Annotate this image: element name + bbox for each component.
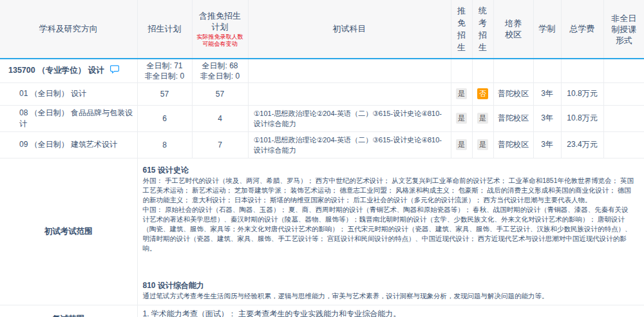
yes-badge: 是	[477, 139, 488, 150]
tuimian-plan-cell: 57	[192, 82, 248, 105]
tuimian-plan-value: 4	[218, 114, 222, 123]
summary-tuimian-parttime: 非全日制: 0	[193, 71, 248, 81]
direction-cell: 01 （全日制） 设计	[0, 82, 137, 105]
col-header-tongkao: 统考招生	[472, 0, 493, 59]
exam-cell: ①101-思想政治理论②204-英语（二）③615-设计史论④810-设计综合能…	[248, 105, 451, 131]
direction-cell: 08 （全日制） 食品品牌与包装设计	[0, 105, 137, 131]
exam-subjects: ①101-思想政治理论②204-英语（二）③615-设计史论④810-设计综合能…	[254, 136, 442, 154]
direction-cell: 09 （全日制） 建筑艺术设计	[0, 131, 137, 158]
exam-cell	[248, 82, 451, 105]
program-summary-row: 135700 （专业学位） 设计 全日制: 71 非全日制: 0 全日制: 68…	[0, 59, 644, 82]
parttime-cell	[603, 131, 644, 158]
table-row-09: 09 （全日制） 建筑艺术设计 8 7 ①101-思想政治理论②204-英语（二…	[0, 131, 644, 158]
tuimian-plan-value: 7	[218, 140, 222, 149]
summary-plan-cell: 全日制: 71 非全日制: 0	[137, 59, 192, 82]
col-header-parttime: 非全日制授课形式	[603, 0, 644, 59]
duration-cell: 3年	[533, 105, 561, 131]
plan-cell: 6	[137, 105, 192, 131]
summary-empty-cell	[533, 59, 561, 82]
campus-cell: 普陀校区	[493, 82, 533, 105]
tuition-value: 10.8万元	[567, 113, 597, 122]
exam-615-foreign-text: 外国： 手工艺时代的设计（埃及、两河、希腊、罗马）； 西方中世纪的艺术设计； 从…	[143, 176, 636, 205]
campus-value: 普陀校区	[498, 140, 529, 149]
initial-exam-scope-row: 初试考试范围 615 设计史论 外国： 手工艺时代的设计（埃及、两河、希腊、罗马…	[0, 158, 644, 305]
col-header-plan: 招生计划	[137, 0, 192, 59]
col-header-subject: 学科及研究方向	[0, 0, 137, 59]
comment-icon[interactable]	[110, 65, 119, 75]
summary-exam-cell	[248, 59, 451, 82]
program-title-cell: 135700 （专业学位） 设计	[0, 59, 137, 82]
resit-scope-content-cell: 1. 学术能力考查（面试）： 主要考查考生的专业实践能力和专业综合能力。 2. …	[137, 305, 644, 317]
exam-subjects: ①101-思想政治理论②204-英语（二）③615-设计史论④810-设计综合能…	[254, 110, 442, 128]
summary-plan-parttime: 非全日制: 0	[138, 71, 192, 81]
campus-value: 普陀校区	[498, 89, 529, 98]
resit-scope-label: 复试范围	[52, 314, 84, 317]
col-header-campus-label: 培养校区	[504, 18, 523, 40]
duration-cell: 3年	[533, 82, 561, 105]
tongkao-flag-cell: 是	[472, 105, 493, 131]
plan-value: 57	[160, 90, 169, 99]
campus-cell: 普陀校区	[493, 131, 533, 158]
yes-badge: 是	[456, 113, 467, 124]
summary-tuimian-cell: 全日制: 68 非全日制: 0	[192, 59, 248, 82]
col-header-subject-label: 学科及研究方向	[39, 24, 98, 34]
plan-cell: 8	[137, 131, 192, 158]
no-badge: 否	[477, 88, 488, 99]
col-header-parttime-label: 非全日制授课形式	[610, 13, 638, 46]
direction-label: 01 （全日制） 设计	[19, 89, 86, 98]
summary-empty-cell	[561, 59, 603, 82]
table-row-08: 08 （全日制） 食品品牌与包装设计 6 4 ①101-思想政治理论②204-英…	[0, 105, 644, 131]
tuition-cell: 10.8万元	[561, 82, 603, 105]
col-header-tuimian-plan-label: 含推免招生计划	[198, 10, 243, 32]
col-header-duration: 学制	[533, 0, 561, 59]
yes-badge: 是	[456, 139, 467, 150]
col-header-tuition-label: 总学费	[570, 24, 595, 34]
duration-value: 3年	[541, 113, 553, 122]
exam-615-title: 615 设计史论	[143, 165, 636, 176]
parttime-cell	[603, 82, 644, 105]
resit-line-academic: 1. 学术能力考查（面试）： 主要考查考生的专业实践能力和专业综合能力。	[143, 308, 639, 317]
tuimian-plan-note: 实际推免录取人数可能会有变动	[193, 34, 248, 48]
col-header-tuition: 总学费	[561, 0, 603, 59]
summary-empty-cell	[603, 59, 644, 82]
summary-empty-cell	[472, 59, 493, 82]
plan-value: 6	[162, 114, 167, 123]
col-header-tuimian-plan: 含推免招生计划 实际推免录取人数可能会有变动	[192, 0, 248, 59]
tuimian-flag-cell: 是	[451, 82, 472, 105]
tongkao-flag-cell: 否	[472, 82, 493, 105]
duration-cell: 3年	[533, 131, 561, 158]
tuition-cell: 23.4万元	[561, 131, 603, 158]
yes-badge: 是	[477, 113, 488, 124]
yes-badge: 是	[456, 88, 467, 99]
tuimian-plan-cell: 7	[192, 131, 248, 158]
exam-cell: ①101-思想政治理论②204-英语（二）③615-设计史论④810-设计综合能…	[248, 131, 451, 158]
initial-scope-label: 初试考试范围	[44, 227, 93, 236]
col-header-duration-label: 学制	[539, 24, 556, 34]
campus-cell: 普陀校区	[493, 105, 533, 131]
col-header-tuimian: 推免招生	[451, 0, 472, 59]
resit-scope-label-cell: 复试范围	[0, 305, 137, 317]
exam-810-text: 通过笔试方式考查考生生活阅历与经验积累，逻辑与思维能力，审美与艺术素养，设计洞察…	[143, 291, 636, 301]
tuimian-plan-cell: 4	[192, 105, 248, 131]
admissions-table: 学科及研究方向 招生计划 含推免招生计划 实际推免录取人数可能会有变动 初试科目…	[0, 0, 644, 317]
summary-empty-cell	[451, 59, 472, 82]
initial-scope-label-cell: 初试考试范围	[0, 158, 137, 305]
col-header-tuimian-label: 推免招生	[457, 5, 466, 53]
admissions-table-page: 学科及研究方向 招生计划 含推免招生计划 实际推免录取人数可能会有变动 初试科目…	[0, 0, 644, 317]
tuimian-flag-cell: 是	[451, 105, 472, 131]
col-header-exam-label: 初试科目	[333, 24, 366, 34]
summary-empty-cell	[493, 59, 533, 82]
exam-615-china-text: 中国： 原始社会的设计（石器、陶器、玉器）； 夏、商、西周时期的设计（青铜艺术、…	[143, 205, 636, 253]
summary-tuimian-fulltime: 全日制: 68	[193, 61, 248, 71]
plan-cell: 57	[137, 82, 192, 105]
table-row-01: 01 （全日制） 设计 57 57 是 否 普陀校区 3年 10.8万元	[0, 82, 644, 105]
tuimian-plan-value: 57	[216, 90, 224, 99]
campus-value: 普陀校区	[498, 113, 529, 122]
tuition-value: 10.8万元	[567, 89, 597, 98]
summary-plan-fulltime: 全日制: 71	[138, 61, 192, 71]
header-row: 学科及研究方向 招生计划 含推免招生计划 实际推免录取人数可能会有变动 初试科目…	[0, 0, 644, 59]
parttime-cell	[603, 105, 644, 131]
col-header-campus: 培养校区	[493, 0, 533, 59]
col-header-plan-label: 招生计划	[148, 24, 182, 34]
tuimian-flag-cell: 是	[451, 131, 472, 158]
